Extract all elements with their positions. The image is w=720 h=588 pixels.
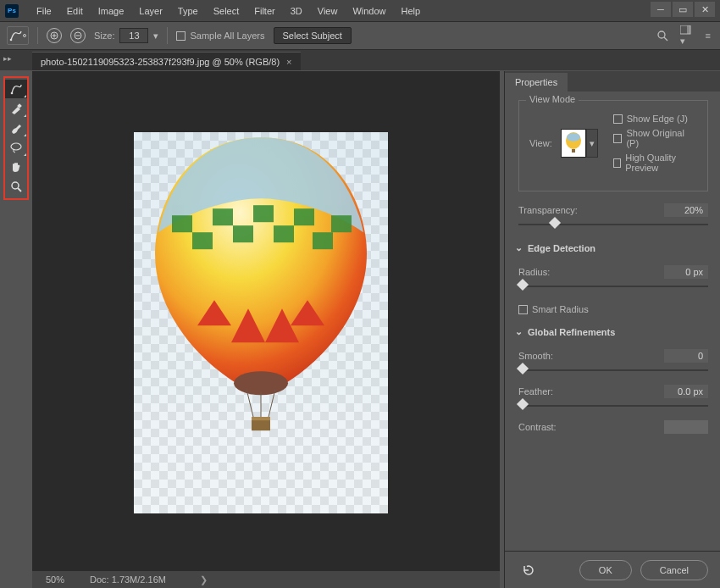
view-mode-group: View Mode View: ▾ Show Edge (J) Show Ori…	[518, 100, 708, 191]
menu-help[interactable]: Help	[394, 3, 429, 19]
separator	[37, 27, 38, 44]
document-title: photo-1502119095323-253837f293f9.jpg @ 5…	[41, 57, 280, 67]
window-minimize-button[interactable]: ─	[651, 2, 671, 17]
radius-value[interactable]: 0 px	[664, 265, 708, 279]
svg-line-14	[18, 188, 21, 191]
radius-slider[interactable]	[518, 280, 708, 292]
panel-tabs: Properties	[505, 71, 720, 92]
window-restore-button[interactable]: ▭	[673, 2, 693, 17]
chevron-down-icon: ⌄	[515, 326, 523, 337]
zoom-level[interactable]: 50%	[46, 574, 64, 585]
workspace-switcher-icon[interactable]: ▾	[680, 25, 694, 47]
svg-point-12	[11, 143, 21, 150]
chevron-down-icon[interactable]: ▾	[153, 31, 158, 42]
menu-3d[interactable]: 3D	[283, 3, 310, 19]
window-controls: ─ ▭ ✕	[651, 2, 715, 17]
document-tab-strip: photo-1502119095323-253837f293f9.jpg @ 5…	[0, 50, 720, 70]
svg-point-13	[12, 182, 19, 189]
brush-size-input[interactable]	[119, 28, 148, 43]
svg-rect-32	[572, 149, 575, 153]
view-dropdown-icon[interactable]: ▾	[586, 129, 598, 158]
hand-tool[interactable]	[5, 158, 27, 176]
view-mode-title: View Mode	[526, 94, 579, 104]
menu-filter[interactable]: Filter	[246, 3, 282, 19]
contrast-value[interactable]	[664, 420, 708, 434]
close-tab-icon[interactable]: ×	[286, 57, 291, 67]
document-canvas[interactable]	[134, 132, 388, 513]
ok-button[interactable]: OK	[579, 560, 632, 580]
menu-view[interactable]: View	[310, 3, 346, 19]
canvas-area[interactable]	[32, 71, 500, 571]
size-label: Size:	[94, 31, 114, 41]
menu-layer[interactable]: Layer	[131, 3, 170, 19]
quick-selection-tool[interactable]	[5, 80, 27, 98]
menu-bar: Ps File Edit Image Layer Type Select Fil…	[0, 0, 720, 21]
smooth-label: Smooth:	[518, 351, 553, 361]
chevron-down-icon: ⌄	[515, 242, 523, 253]
show-original-label: Show Original (P)	[626, 128, 697, 148]
view-label: View:	[529, 138, 552, 148]
reset-icon[interactable]	[522, 563, 535, 577]
properties-panel: Properties View Mode View: ▾ Show Edge (…	[504, 71, 720, 588]
expand-panels-icon[interactable]: ▸▸	[3, 54, 12, 63]
add-to-selection-icon[interactable]	[47, 28, 62, 43]
svg-point-31	[567, 133, 580, 141]
doc-size[interactable]: Doc: 1.73M/2.16M	[90, 574, 166, 585]
panel-menu-icon[interactable]: ≡	[706, 31, 713, 41]
show-edge-checkbox[interactable]: Show Edge (J)	[613, 114, 697, 124]
transparency-slider[interactable]	[518, 219, 708, 230]
svg-rect-9	[687, 25, 690, 34]
svg-line-7	[664, 37, 667, 41]
status-more-icon[interactable]: ❯	[200, 574, 208, 585]
edge-detection-title: Edge Detection	[528, 243, 595, 253]
feather-value[interactable]: 0.0 px	[664, 385, 708, 398]
options-bar: Size: ▾ Sample All Layers Select Subject…	[0, 21, 720, 50]
menu-edit[interactable]: Edit	[59, 3, 91, 19]
show-original-checkbox[interactable]: Show Original (P)	[613, 128, 697, 148]
menu-file[interactable]: File	[29, 3, 59, 19]
svg-rect-16	[213, 208, 233, 225]
status-bar: 50% Doc: 1.73M/2.16M ❯	[32, 571, 500, 588]
menu-image[interactable]: Image	[91, 3, 132, 19]
refine-edge-brush-tool[interactable]	[5, 99, 27, 118]
cancel-button[interactable]: Cancel	[640, 560, 708, 580]
sample-all-layers-checkbox[interactable]: Sample All Layers	[176, 31, 264, 42]
smart-radius-checkbox[interactable]: Smart Radius	[518, 304, 708, 314]
svg-rect-23	[313, 232, 333, 249]
svg-rect-29	[252, 417, 270, 420]
brush-tool[interactable]	[5, 119, 27, 137]
zoom-tool[interactable]	[5, 177, 27, 196]
svg-point-24	[234, 371, 288, 395]
document-tab[interactable]: photo-1502119095323-253837f293f9.jpg @ 5…	[32, 52, 301, 70]
menu-select[interactable]: Select	[206, 3, 247, 19]
window-close-button[interactable]: ✕	[695, 2, 715, 17]
view-thumbnail[interactable]	[561, 129, 586, 158]
panel-footer: OK Cancel	[505, 551, 720, 588]
svg-point-10	[11, 92, 14, 95]
properties-tab[interactable]: Properties	[505, 73, 568, 92]
high-quality-preview-checkbox[interactable]: High Quality Preview	[613, 153, 697, 173]
balloon-image	[147, 130, 375, 435]
smooth-value[interactable]: 0	[664, 349, 708, 363]
svg-point-6	[658, 31, 665, 38]
radius-label: Radius:	[518, 267, 550, 277]
svg-rect-17	[253, 205, 274, 222]
transparency-value[interactable]: 20%	[664, 203, 708, 217]
search-icon[interactable]	[656, 30, 668, 42]
svg-rect-15	[172, 215, 192, 232]
lasso-tool[interactable]	[5, 138, 27, 157]
high-quality-label: High Quality Preview	[625, 153, 697, 173]
feather-slider[interactable]	[518, 400, 708, 412]
show-edge-label: Show Edge (J)	[627, 114, 688, 124]
current-tool-preview[interactable]	[7, 26, 29, 45]
menu-type[interactable]: Type	[170, 3, 206, 19]
select-subject-button[interactable]: Select Subject	[274, 27, 352, 44]
smooth-slider[interactable]	[518, 364, 708, 376]
refine-tools-panel	[3, 76, 29, 200]
sample-all-layers-label: Sample All Layers	[190, 31, 264, 41]
subtract-from-selection-icon[interactable]	[70, 28, 86, 43]
menu-window[interactable]: Window	[345, 3, 393, 19]
global-refinements-section[interactable]: ⌄ Global Refinements	[515, 326, 708, 337]
global-refinements-title: Global Refinements	[528, 327, 615, 337]
edge-detection-section[interactable]: ⌄ Edge Detection	[515, 242, 708, 253]
